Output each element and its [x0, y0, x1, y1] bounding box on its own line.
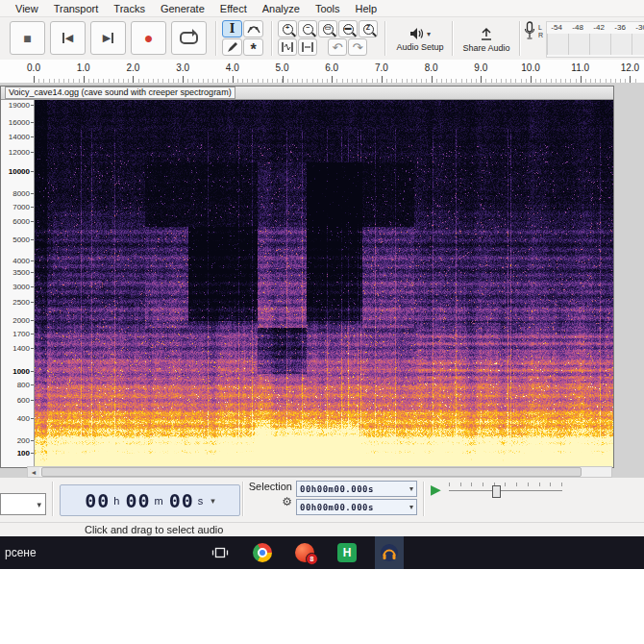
scroll-left-arrow[interactable]: ◄: [28, 467, 39, 477]
timeline-label: 0.0: [27, 62, 40, 73]
share-upload-icon: [480, 27, 493, 41]
taskbar-search-text[interactable]: рсене: [5, 536, 37, 569]
record-button[interactable]: ●: [131, 21, 166, 55]
envelope-tool-button[interactable]: [243, 20, 263, 37]
spectrogram-canvas[interactable]: [35, 100, 613, 467]
zoom-toggle-button[interactable]: Z: [359, 20, 378, 37]
menu-help[interactable]: Help: [348, 0, 385, 17]
fit-project-button[interactable]: ▬: [338, 20, 358, 37]
speed-slider[interactable]: [449, 482, 562, 497]
share-audio-button[interactable]: Share Audio: [457, 20, 516, 59]
timeline-label: 1.0: [77, 62, 90, 73]
selection-start-value: 00h00m00.000s: [300, 484, 374, 494]
frequency-tick: [31, 122, 34, 123]
undo-button[interactable]: ↶: [328, 38, 347, 56]
frequency-label: 7000: [12, 204, 30, 211]
status-text: Click and drag to select audio: [85, 523, 223, 537]
frequency-tick: [31, 272, 34, 273]
fit-selection-icon: ▭: [323, 24, 334, 35]
selection-start-field[interactable]: 00h00m00.000s ▾: [296, 481, 417, 497]
redo-icon: ↷: [353, 40, 363, 55]
silence-audio-button[interactable]: [298, 38, 317, 56]
frequency-label: 5000: [12, 236, 30, 244]
menu-transport[interactable]: Transport: [46, 0, 107, 17]
track-header[interactable]: Voicy_cave14.ogg (cave sound with creepe…: [1, 87, 613, 100]
zoom-out-button[interactable]: −: [298, 20, 317, 37]
selection-end-field[interactable]: 00h00m00.000s ▾: [296, 499, 417, 515]
multi-tool-button[interactable]: *: [243, 38, 263, 56]
frequency-tick: [31, 136, 34, 137]
loop-button[interactable]: [171, 21, 207, 55]
frequency-ruler[interactable]: 1900016000140001200010000800070006000500…: [1, 100, 35, 467]
audio-setup-label: Audio Setup: [396, 42, 443, 52]
scrollbar-thumb[interactable]: [41, 467, 582, 477]
h-app-taskbar-button[interactable]: H: [333, 536, 361, 569]
stop-button[interactable]: ■: [10, 21, 45, 55]
horizontal-scrollbar[interactable]: ◄: [27, 466, 612, 478]
timeline-major-tick: [630, 76, 631, 83]
selection-tool-button[interactable]: I: [222, 20, 242, 37]
timeline-major-tick: [432, 76, 433, 83]
timeline-label: 7.0: [375, 62, 388, 73]
menu-analyze[interactable]: Analyze: [255, 0, 308, 17]
draw-tool-button[interactable]: [222, 38, 242, 56]
frequency-tick: [31, 418, 34, 419]
frequency-label: 4000: [12, 258, 30, 265]
frequency-label: 10000: [9, 168, 30, 176]
pencil-icon: [226, 41, 238, 54]
frequency-label: 1700: [12, 331, 30, 338]
zoom-edit-toolbar: + − ▭ ▬ Z ↶ ↷: [278, 20, 378, 57]
speed-slider-track: [449, 490, 562, 491]
skip-to-start-button[interactable]: ◀: [50, 21, 86, 55]
recording-meter[interactable]: LR -54-48-42-36-30: [524, 21, 644, 58]
envelope-icon: [247, 23, 260, 35]
timeline-ruler[interactable]: 0.01.02.03.04.05.06.07.08.09.010.011.012…: [0, 60, 644, 84]
skip-end-icon: ▶: [103, 33, 113, 43]
play-at-speed-button[interactable]: ▶: [431, 482, 441, 497]
time-unit-m: m: [155, 495, 163, 507]
share-audio-label: Share Audio: [462, 43, 509, 53]
trim-audio-button[interactable]: [278, 38, 297, 56]
audio-position-display[interactable]: 00h 00m 00s ▾: [60, 484, 240, 516]
menu-generate[interactable]: Generate: [153, 0, 212, 17]
skip-to-end-button[interactable]: ▶: [90, 21, 126, 55]
browser-taskbar-button[interactable]: 8: [290, 536, 319, 569]
fit-selection-button[interactable]: ▭: [318, 20, 337, 37]
zoom-in-button[interactable]: +: [278, 20, 297, 37]
transport-toolbar: ■ ◀ ▶ ●: [10, 21, 207, 55]
frequency-tick: [31, 105, 34, 106]
dropdown-caret-icon: ▾: [37, 500, 41, 509]
frequency-label: 1000: [12, 368, 30, 376]
redo-button[interactable]: ↷: [348, 38, 367, 56]
skip-start-icon: ◀: [62, 33, 73, 43]
gear-icon[interactable]: ⚙: [282, 496, 292, 508]
meter-bars: [547, 34, 644, 55]
timeline-major-tick: [581, 76, 582, 83]
browser-icon: 8: [295, 543, 314, 562]
menu-view[interactable]: View: [8, 0, 46, 17]
timeline-label: 6.0: [325, 62, 338, 73]
audacity-window: ViewTransportTracksGenerateEffectAnalyze…: [0, 0, 644, 644]
audio-setup-button[interactable]: ▾ Audio Setup: [389, 20, 451, 59]
frequency-tick: [31, 221, 34, 222]
speed-slider-thumb[interactable]: [492, 485, 501, 498]
dropdown-caret-icon: ▾: [409, 484, 413, 493]
toolbar-separator: [242, 482, 243, 516]
chrome-icon: [253, 543, 272, 562]
chrome-taskbar-button[interactable]: [248, 536, 277, 569]
audacity-taskbar-button[interactable]: [375, 536, 404, 569]
frequency-tick: [31, 171, 34, 172]
frequency-tick: [31, 286, 34, 287]
timeline-label: 9.0: [474, 62, 487, 73]
menu-tools[interactable]: Tools: [308, 0, 348, 17]
track-title[interactable]: Voicy_cave14.ogg (cave sound with creepe…: [5, 87, 235, 99]
fit-project-icon: ▬: [343, 24, 354, 35]
task-view-button[interactable]: [206, 536, 235, 569]
time-format-caret-icon[interactable]: ▾: [211, 496, 215, 506]
audio-host-combo[interactable]: ▾: [0, 493, 46, 515]
frequency-label: 600: [17, 397, 30, 405]
menu-effect[interactable]: Effect: [212, 0, 255, 17]
silence-audio-icon: [301, 41, 314, 53]
meter-scale-number: -36: [614, 23, 626, 32]
menu-tracks[interactable]: Tracks: [106, 0, 153, 17]
